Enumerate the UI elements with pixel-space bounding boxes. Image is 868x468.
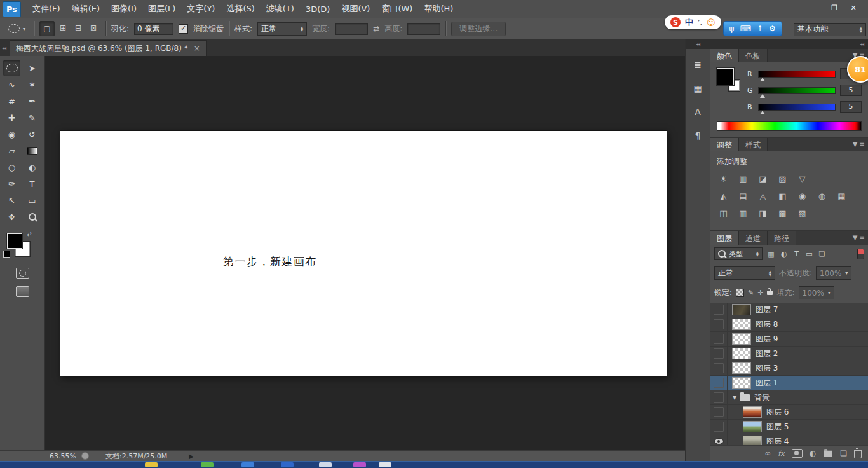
photo-filter-icon[interactable]: ◉ <box>796 191 809 202</box>
subtract-from-selection[interactable]: ⊟ <box>71 21 85 35</box>
layer-thumbnail[interactable] <box>732 348 751 359</box>
panel-menu-icon[interactable]: ▼ ≡ <box>853 234 865 241</box>
delete-layer-icon[interactable] <box>854 450 862 458</box>
layer-row[interactable]: 图层 5 <box>710 420 868 434</box>
ime-punctuation-toggle[interactable]: ’, <box>698 18 702 27</box>
mic-icon[interactable]: ψ <box>729 24 735 33</box>
taskbar-app-0[interactable] <box>145 462 158 467</box>
layer-filter-switch[interactable] <box>857 249 864 259</box>
channel-value[interactable]: 5 <box>840 101 862 113</box>
refine-edge-button[interactable]: 调整边缘… <box>451 22 506 36</box>
sogou-logo[interactable]: S <box>670 17 681 27</box>
channel-mixer-icon[interactable]: ◍ <box>815 191 829 202</box>
visibility-toggle[interactable] <box>710 390 728 404</box>
menu-item-10[interactable]: 帮助(H) <box>418 0 459 18</box>
workspace-dropdown[interactable]: 基本功能 ▲▼ <box>794 23 866 36</box>
invert-icon[interactable]: ◫ <box>717 208 730 219</box>
color-tab-1[interactable]: 色板 <box>739 49 768 62</box>
toolbox-icon[interactable]: ⚙ <box>769 24 776 33</box>
more-adjustments-icon[interactable]: ▽ <box>796 174 809 184</box>
lock-position-icon[interactable]: ✛ <box>757 289 763 297</box>
taskbar-app-2[interactable] <box>241 462 254 467</box>
channel-slider[interactable] <box>758 71 836 78</box>
hand-tool[interactable]: ✥ <box>3 209 20 224</box>
layer-row[interactable]: 图层 6 <box>710 405 868 420</box>
blur-tool[interactable]: ○ <box>3 160 20 175</box>
new-selection[interactable]: ▢ <box>39 21 55 36</box>
link-layers-icon[interactable]: ∞ <box>764 449 771 458</box>
history-brush-tool[interactable]: ↺ <box>24 127 41 142</box>
swap-dimensions-icon[interactable]: ⇄ <box>373 24 379 33</box>
eyedropper-tool[interactable]: ✒ <box>24 93 41 109</box>
channel-slider[interactable] <box>758 104 836 111</box>
new-layer-icon[interactable]: ❏ <box>840 449 847 458</box>
expand-panels-icon[interactable]: ◂◂ <box>686 39 710 49</box>
healing-brush-tool[interactable]: ✚ <box>3 110 20 125</box>
visibility-toggle[interactable] <box>710 332 728 346</box>
layers-tab-1[interactable]: 通道 <box>739 231 768 245</box>
visibility-toggle[interactable] <box>710 405 728 419</box>
history-panel-icon[interactable]: ≣ <box>689 57 706 72</box>
pen-tool[interactable]: ✑ <box>3 176 20 191</box>
hue-saturation-icon[interactable]: ▤ <box>736 191 750 202</box>
exposure-icon[interactable]: ▨ <box>776 174 789 184</box>
layer-thumbnail[interactable] <box>732 319 751 330</box>
visibility-toggle[interactable] <box>710 361 728 375</box>
channel-value[interactable]: 5 <box>840 85 862 96</box>
zoom-tool[interactable] <box>24 209 41 224</box>
tab-close-icon[interactable]: × <box>194 44 200 53</box>
menu-item-8[interactable]: 视图(V) <box>336 0 376 18</box>
layer-row[interactable]: 图层 9 <box>710 332 868 347</box>
lock-pixels-icon[interactable]: ✎ <box>748 289 754 297</box>
antialias-checkbox[interactable]: ✓ <box>179 24 188 34</box>
layer-row[interactable]: 图层 2 <box>710 347 868 361</box>
visibility-toggle[interactable] <box>710 434 728 445</box>
quick-mask-button[interactable] <box>16 268 29 279</box>
menu-item-6[interactable]: 滤镜(T) <box>261 0 300 18</box>
taskbar-app-5[interactable] <box>353 462 366 467</box>
adjust-tab-1[interactable]: 样式 <box>739 138 768 151</box>
visibility-toggle[interactable] <box>710 420 728 434</box>
clone-stamp-tool[interactable]: ◉ <box>3 127 20 142</box>
character-panel-icon[interactable]: A <box>689 104 706 120</box>
layer-row[interactable]: 图层 8 <box>710 317 868 332</box>
add-to-selection[interactable]: ⊞ <box>56 21 70 35</box>
visibility-toggle[interactable] <box>710 317 728 331</box>
menu-item-4[interactable]: 文字(Y) <box>181 0 220 18</box>
shape-tool[interactable]: ▭ <box>24 193 41 208</box>
layer-thumbnail[interactable] <box>743 421 762 432</box>
layer-group-row[interactable]: ▼背景 <box>710 390 868 405</box>
layer-thumbnail[interactable] <box>732 377 751 389</box>
move-tool[interactable]: ➤ <box>24 60 41 76</box>
lasso-tool[interactable]: ∿ <box>3 77 20 92</box>
slider-marker-icon[interactable] <box>760 94 765 98</box>
status-options-arrow-icon[interactable]: ▶ <box>189 453 194 460</box>
filter-shape-layers-icon[interactable]: ▭ <box>804 249 815 259</box>
screen-mode-button[interactable] <box>16 286 29 297</box>
gradient-tool[interactable] <box>24 143 41 158</box>
layer-row[interactable]: 图层 1 <box>710 376 868 390</box>
height-input[interactable] <box>407 23 440 35</box>
color-balance-icon[interactable]: ◬ <box>756 191 770 202</box>
slider-marker-icon[interactable] <box>760 111 765 114</box>
lock-all-icon[interactable] <box>767 291 773 295</box>
menu-item-5[interactable]: 选择(S) <box>220 0 260 18</box>
visibility-toggle[interactable] <box>710 347 728 361</box>
crop-tool[interactable]: # <box>3 93 20 109</box>
close-button[interactable]: ✕ <box>844 2 863 13</box>
layer-row[interactable]: 图层 7 <box>710 303 868 317</box>
adjust-tab-0[interactable]: 调整 <box>710 138 739 151</box>
brush-tool[interactable]: ✎ <box>24 110 41 125</box>
new-group-icon[interactable] <box>824 450 832 456</box>
document-tab[interactable]: 梅西大战周星驰.psd @ 63.6% (图层 1, RGB/8) * × <box>10 40 207 56</box>
feather-input[interactable] <box>134 23 173 35</box>
selective-color-icon[interactable]: ▧ <box>796 208 809 219</box>
visibility-toggle[interactable] <box>710 303 728 317</box>
layer-row[interactable]: 图层 3 <box>710 361 868 376</box>
blend-mode-dropdown[interactable]: 正常 ▲▼ <box>714 266 775 280</box>
menu-item-1[interactable]: 编辑(E) <box>66 0 105 18</box>
windows-taskbar[interactable] <box>0 461 868 468</box>
collapse-panels-icon[interactable]: ◂◂ <box>710 39 868 49</box>
curves-icon[interactable]: ◪ <box>756 174 770 184</box>
style-dropdown[interactable]: 正常 ▲▼ <box>257 22 307 36</box>
